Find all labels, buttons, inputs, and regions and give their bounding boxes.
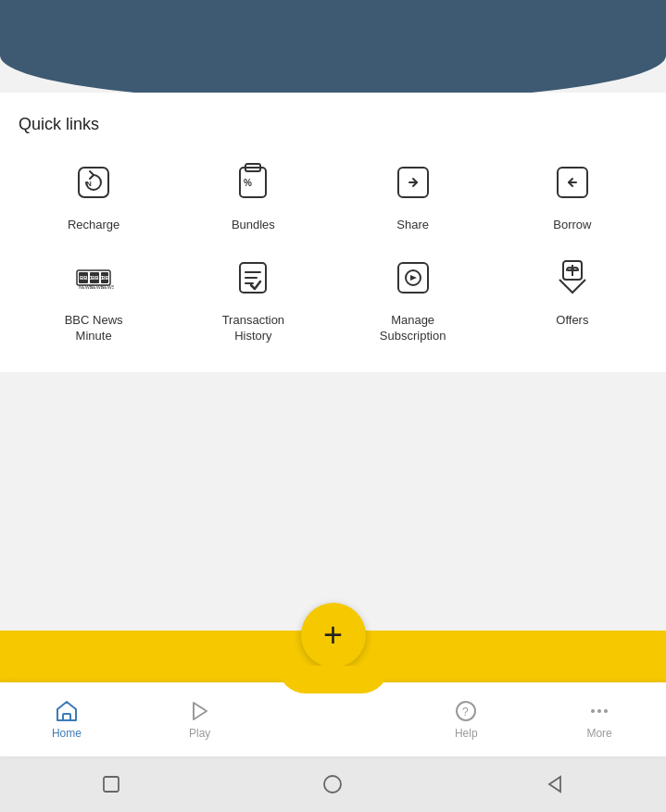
quick-links-grid: N Recharge % Bundles xyxy=(19,156,647,344)
recharge-label: Recharge xyxy=(68,218,119,233)
nav-home[interactable]: Home xyxy=(30,699,104,740)
svg-marker-23 xyxy=(410,275,417,281)
nav-play-label: Play xyxy=(189,727,210,740)
bbc-news-label: BBC NewsMinute xyxy=(65,313,123,344)
fab-area: + xyxy=(278,603,389,693)
recharge-icon: N xyxy=(68,156,119,208)
system-nav-recent[interactable] xyxy=(98,771,124,797)
fab-button[interactable]: + xyxy=(301,603,366,668)
system-nav-back[interactable] xyxy=(542,771,568,797)
transaction-history-icon xyxy=(227,252,279,304)
fab-blob-tail xyxy=(278,666,389,693)
nav-more[interactable]: More xyxy=(562,699,636,740)
fab-icon: + xyxy=(323,618,343,652)
svg-text:%: % xyxy=(244,178,252,188)
svg-rect-31 xyxy=(63,714,70,720)
svg-marker-32 xyxy=(194,703,207,719)
quick-links-title: Quick links xyxy=(19,115,647,134)
quick-link-offers[interactable]: Offers xyxy=(497,252,647,344)
bundles-label: Bundles xyxy=(232,218,275,233)
manage-subscription-icon xyxy=(387,252,439,304)
transaction-history-label: TransactionHistory xyxy=(222,313,284,344)
svg-point-36 xyxy=(597,709,601,713)
svg-rect-38 xyxy=(104,777,119,792)
nav-help-label: Help xyxy=(455,727,478,740)
svg-text:BB: BB xyxy=(102,275,110,281)
offers-label: Offers xyxy=(556,313,588,329)
quick-link-bundles[interactable]: % Bundles xyxy=(178,156,328,233)
share-icon xyxy=(387,156,439,208)
quick-link-manage-subscription[interactable]: ManageSubscription xyxy=(338,252,488,344)
offers-icon xyxy=(547,252,598,304)
quick-links-section: Quick links N Recharge % xyxy=(0,93,666,372)
svg-text:N: N xyxy=(86,180,92,188)
bbc-news-icon: BBC BBC BB NEWS NEWS NEWS xyxy=(68,252,119,304)
svg-rect-0 xyxy=(79,168,108,197)
nav-play[interactable]: Play xyxy=(163,699,237,740)
nav-help[interactable]: ? Help xyxy=(429,699,503,740)
quick-link-transaction-history[interactable]: TransactionHistory xyxy=(178,252,328,344)
nav-more-label: More xyxy=(586,727,611,740)
top-header xyxy=(0,0,666,102)
svg-point-37 xyxy=(604,709,608,713)
svg-marker-40 xyxy=(549,777,560,792)
svg-point-39 xyxy=(324,776,341,793)
system-nav xyxy=(0,756,666,812)
quick-link-borrow[interactable]: Borrow xyxy=(497,156,647,233)
nav-home-label: Home xyxy=(52,727,82,740)
svg-point-35 xyxy=(591,709,595,713)
borrow-icon xyxy=(547,156,598,208)
system-nav-home[interactable] xyxy=(320,771,346,797)
svg-text:NEWS: NEWS xyxy=(101,284,114,290)
quick-link-recharge[interactable]: N Recharge xyxy=(19,156,169,233)
quick-link-bbc-news[interactable]: BBC BBC BB NEWS NEWS NEWS BBC NewsMinute xyxy=(19,252,169,344)
borrow-label: Borrow xyxy=(553,218,591,233)
bottom-nav: Home Play ? Help More xyxy=(0,682,666,756)
svg-text:?: ? xyxy=(462,706,469,718)
share-label: Share xyxy=(396,218,429,233)
quick-link-share[interactable]: Share xyxy=(338,156,488,233)
bundles-icon: % xyxy=(227,156,279,208)
manage-subscription-label: ManageSubscription xyxy=(380,313,446,344)
